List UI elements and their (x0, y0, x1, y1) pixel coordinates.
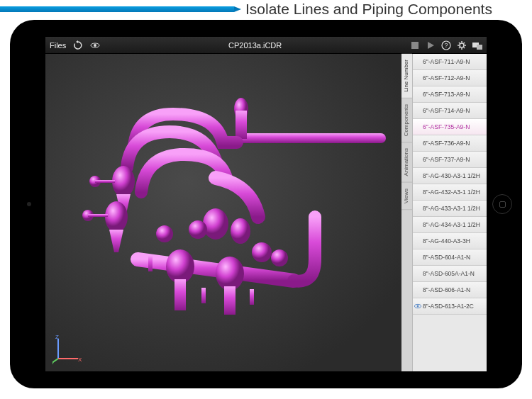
tab-animations[interactable]: Animations (401, 142, 412, 183)
svg-rect-2 (411, 42, 419, 49)
line-item[interactable]: 8"-ASD-604-A1-N (413, 249, 487, 266)
svg-point-20 (105, 201, 128, 232)
refresh-icon[interactable] (73, 40, 83, 50)
line-item[interactable]: 8"-AG-440-A3-3H (413, 233, 487, 249)
home-square-icon (499, 201, 506, 208)
svg-point-32 (271, 249, 288, 266)
svg-line-11 (464, 47, 465, 47)
ipad-frame: Files CP2013a.iCDR ? (10, 20, 522, 388)
svg-line-10 (459, 43, 460, 43)
tab-line-number[interactable]: Line Number (401, 54, 412, 99)
svg-point-29 (216, 257, 244, 291)
line-item-label: 8"-ASD-605A-A1-N (423, 270, 475, 277)
tab-views[interactable]: Views (401, 183, 412, 210)
header-stripe (0, 6, 234, 12)
svg-rect-37 (250, 289, 254, 305)
line-item[interactable]: 8"-AG-432-A3-1 1/2H (413, 184, 487, 201)
sidebar-tabs: Line Number Components Animations Views (401, 54, 413, 371)
eye-icon (414, 303, 421, 310)
svg-point-26 (231, 218, 250, 244)
piping-model[interactable] (74, 75, 372, 330)
line-item-label: 8"-AG-432-A3-1 1/2H (423, 189, 480, 196)
line-item-label: 6"-ASF-711-A9-N (423, 58, 470, 65)
svg-point-31 (252, 242, 272, 262)
line-item-label: 6"-ASF-737-A9-N (423, 156, 470, 163)
line-item-label: 8"-AG-440-A3-3H (423, 237, 470, 245)
svg-point-27 (166, 249, 194, 283)
svg-rect-18 (235, 111, 247, 139)
viewport-3d[interactable]: Z X Y (45, 54, 401, 371)
sidebar: Line Number Components Animations Views … (401, 54, 487, 371)
svg-rect-28 (174, 279, 186, 310)
help-icon[interactable]: ? (441, 40, 451, 50)
line-item-label: 6"-ASF-736-A9-N (423, 140, 470, 147)
line-item-label: 6"-ASF-713-A9-N (423, 91, 470, 98)
tab-components[interactable]: Components (401, 99, 412, 142)
play-icon[interactable] (426, 40, 436, 50)
svg-point-34 (156, 225, 173, 242)
header-arrow (234, 6, 241, 12)
svg-line-12 (459, 47, 460, 47)
line-item-label: 8"-AG-430-A3-1 1/2H (423, 172, 480, 179)
line-item[interactable]: 8"-AG-430-A3-1 1/2H (413, 168, 487, 184)
header-title: Isolate Lines and Piping Components (245, 1, 492, 18)
axis-gizmo[interactable]: Z X Y (52, 333, 84, 364)
gear-icon[interactable] (457, 40, 467, 50)
line-item[interactable]: 6"-ASF-736-A9-N (413, 135, 487, 152)
svg-point-25 (203, 208, 228, 240)
axis-x-label: X (78, 356, 82, 363)
stop-icon[interactable] (410, 40, 420, 50)
svg-rect-22 (95, 180, 115, 183)
svg-rect-30 (224, 286, 235, 315)
line-list[interactable]: 6"-ASF-711-A9-N6"-ASF-712-A9-N6"-ASF-713… (413, 54, 487, 371)
line-item-label: 8"-ASD-606-A1-N (423, 286, 470, 293)
line-item[interactable]: 8"-ASD-605A-A1-N (413, 266, 487, 282)
axis-z-label: Z (55, 334, 59, 340)
line-item[interactable]: 8"-AG-434-A3-1 1/2H (413, 217, 487, 233)
line-item[interactable]: 8"-ASD-613-A1-2C (413, 298, 487, 315)
svg-rect-16 (237, 133, 386, 143)
svg-rect-15 (477, 45, 482, 50)
svg-text:?: ? (444, 42, 448, 49)
line-item[interactable]: 6"-ASF-711-A9-N (413, 54, 487, 70)
panels-icon[interactable] (472, 40, 482, 50)
line-item-label: 8"-AG-433-A3-1 1/2H (423, 205, 480, 212)
svg-point-5 (460, 43, 464, 47)
home-button[interactable] (492, 194, 512, 214)
orbit-icon[interactable] (90, 40, 100, 50)
line-item[interactable]: 6"-ASF-712-A9-N (413, 70, 487, 86)
line-item[interactable]: 6"-ASF-737-A9-N (413, 152, 487, 168)
svg-point-42 (417, 305, 419, 308)
svg-rect-36 (201, 288, 206, 303)
promo-header: Isolate Lines and Piping Components (0, 0, 532, 18)
line-item-label: 8"-ASD-604-A1-N (423, 254, 470, 261)
svg-rect-35 (148, 256, 153, 271)
line-item[interactable]: 8"-AG-433-A3-1 1/2H (413, 201, 487, 217)
line-item[interactable]: 8"-ASD-606-A1-N (413, 282, 487, 298)
line-item-label: 6"-ASF-735-A9-N (423, 123, 470, 130)
line-item-label: 8"-ASD-613-A1-2C (423, 303, 474, 310)
svg-line-13 (464, 43, 465, 43)
toolbar: Files CP2013a.iCDR ? (45, 37, 487, 54)
files-button[interactable]: Files (50, 41, 66, 50)
line-item-label: 6"-ASF-712-A9-N (423, 74, 470, 82)
line-item-label: 8"-AG-434-A3-1 1/2H (423, 221, 480, 228)
svg-point-19 (112, 166, 135, 197)
svg-point-33 (189, 220, 207, 239)
line-item[interactable]: 6"-ASF-735-A9-N (413, 119, 487, 135)
line-item[interactable]: 6"-ASF-713-A9-N (413, 86, 487, 103)
line-item[interactable]: 6"-ASF-714-A9-N (413, 103, 487, 119)
svg-rect-24 (88, 214, 108, 217)
app-screen: Files CP2013a.iCDR ? (45, 37, 487, 371)
line-item-label: 6"-ASF-714-A9-N (423, 107, 470, 114)
svg-point-1 (94, 44, 96, 47)
document-title: CP2013a.iCDR (100, 41, 410, 50)
camera-dot (27, 202, 31, 206)
